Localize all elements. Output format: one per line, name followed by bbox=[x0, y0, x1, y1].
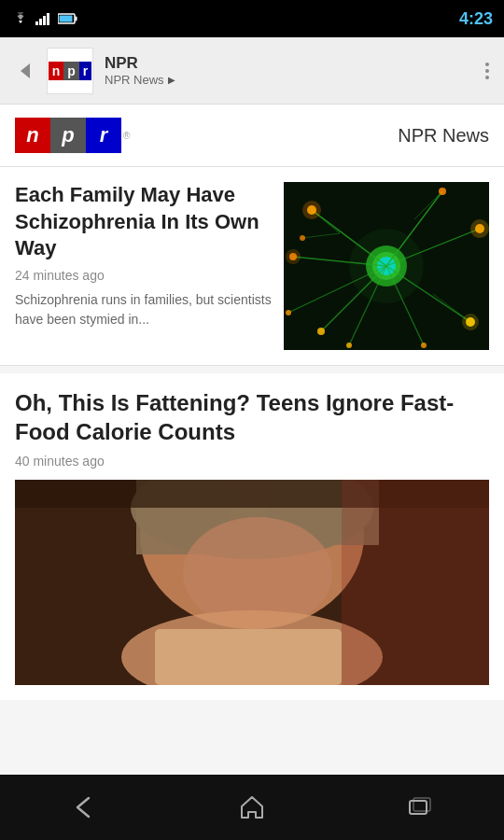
news-text-1: Each Family May Have Schizophrenia In It… bbox=[15, 182, 273, 350]
status-icons bbox=[11, 12, 78, 25]
logo-n: n bbox=[15, 118, 50, 153]
trademark-symbol: ® bbox=[123, 131, 130, 141]
svg-rect-6 bbox=[60, 16, 73, 22]
recent-apps-button[interactable] bbox=[392, 779, 448, 835]
svg-point-28 bbox=[286, 310, 291, 315]
svg-rect-49 bbox=[342, 480, 489, 685]
dropdown-arrow-icon: ▶ bbox=[168, 75, 175, 85]
svg-point-35 bbox=[302, 201, 321, 219]
brand-label: NPR News bbox=[398, 125, 489, 147]
status-time: 4:23 bbox=[459, 9, 493, 29]
svg-point-34 bbox=[300, 235, 305, 241]
status-bar: 4:23 bbox=[0, 0, 504, 37]
svg-point-36 bbox=[470, 219, 489, 238]
news-time-1: 24 minutes ago bbox=[15, 268, 273, 283]
wifi-icon bbox=[11, 12, 30, 25]
svg-rect-5 bbox=[76, 17, 77, 21]
app-bar-title: NPR bbox=[105, 54, 482, 73]
back-nav-button[interactable] bbox=[56, 779, 112, 835]
svg-point-30 bbox=[439, 188, 446, 195]
app-bar-text: NPR NPR News ▶ bbox=[105, 54, 482, 87]
logo-p: p bbox=[50, 118, 86, 153]
signal-icon bbox=[35, 12, 52, 25]
svg-point-27 bbox=[317, 328, 325, 335]
news-title-2: Oh, This Is Fattening? Teens Ignore Fast… bbox=[15, 388, 489, 446]
svg-point-33 bbox=[346, 343, 352, 348]
svg-rect-0 bbox=[35, 21, 38, 25]
battery-icon bbox=[58, 13, 78, 24]
news-title-1: Each Family May Have Schizophrenia In It… bbox=[15, 182, 273, 262]
svg-rect-3 bbox=[47, 13, 49, 25]
svg-point-37 bbox=[462, 314, 479, 330]
overflow-dot bbox=[485, 63, 489, 66]
news-time-2: 40 minutes ago bbox=[15, 454, 489, 469]
overflow-dot bbox=[485, 69, 489, 73]
news-card-2[interactable]: Oh, This Is Fattening? Teens Ignore Fast… bbox=[0, 373, 504, 700]
svg-point-32 bbox=[421, 343, 427, 348]
logo-r: r bbox=[86, 118, 121, 153]
news-card-1[interactable]: Each Family May Have Schizophrenia In It… bbox=[0, 167, 504, 366]
app-bar-subtitle: NPR News ▶ bbox=[105, 73, 482, 87]
svg-rect-47 bbox=[155, 629, 342, 685]
app-bar: npr NPR NPR News ▶ bbox=[0, 37, 504, 105]
news-feed: Each Family May Have Schizophrenia In It… bbox=[0, 167, 504, 700]
overflow-menu-button[interactable] bbox=[482, 59, 493, 83]
svg-point-39 bbox=[349, 229, 424, 303]
app-logo-small: npr bbox=[47, 48, 93, 94]
overflow-dot bbox=[485, 76, 489, 79]
svg-rect-2 bbox=[43, 16, 46, 25]
teen-image bbox=[15, 480, 489, 685]
header-brand: n p r ® NPR News bbox=[0, 105, 504, 167]
neuron-image bbox=[284, 182, 489, 350]
news-card-inner-1: Each Family May Have Schizophrenia In It… bbox=[15, 182, 489, 350]
bottom-nav bbox=[0, 775, 504, 840]
home-nav-button[interactable] bbox=[224, 779, 280, 835]
svg-point-38 bbox=[286, 249, 301, 264]
npr-logo-box: n p r bbox=[15, 118, 121, 153]
svg-rect-1 bbox=[39, 19, 42, 25]
news-desc-1: Schizophrenia runs in families, but scie… bbox=[15, 290, 273, 329]
svg-rect-50 bbox=[410, 801, 427, 814]
npr-logo: n p r ® bbox=[15, 118, 130, 153]
back-button[interactable] bbox=[11, 57, 39, 85]
svg-marker-7 bbox=[21, 63, 30, 78]
